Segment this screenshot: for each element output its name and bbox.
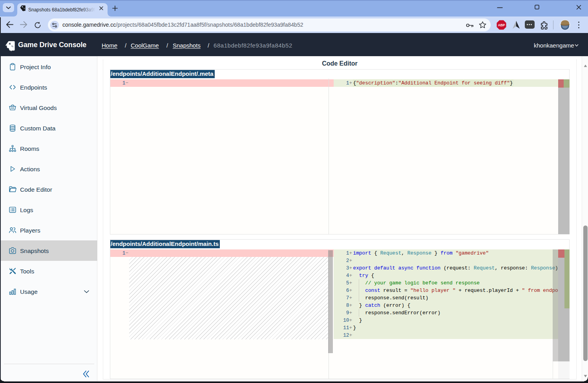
- svg-text:ABP: ABP: [498, 24, 505, 27]
